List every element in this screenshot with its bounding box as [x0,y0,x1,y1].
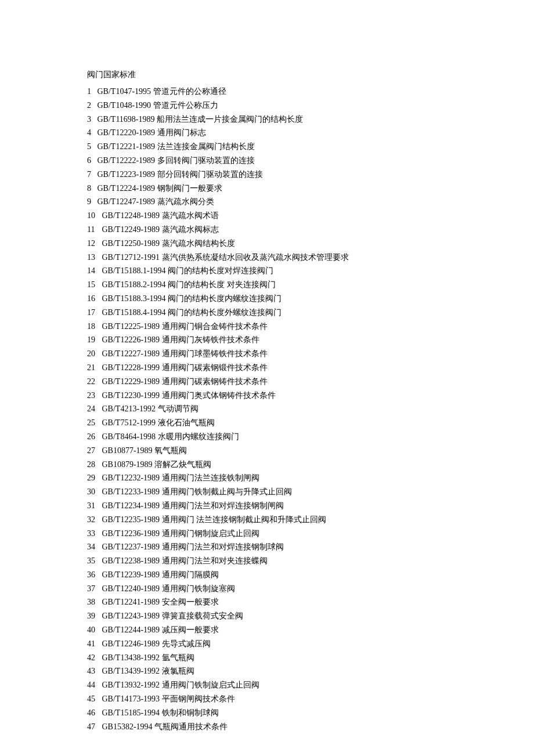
item-desc: 蒸汽疏水阀分类 [157,197,214,206]
item-code: GB/T12240-1989 [102,584,160,593]
item-number: 22 [87,375,100,389]
item-desc: 通用阀门铜合金铸件技术条件 [162,322,268,331]
item-number: 35 [87,554,100,568]
list-item: 27 GB10877-1989 氧气瓶阀 [87,444,447,458]
list-item: 13 GB/T12712-1991 蒸汽供热系统凝结水回收及蒸汽疏水阀技术管理要… [87,251,447,265]
item-number: 20 [87,347,100,361]
item-number: 17 [87,306,100,320]
item-code: GB/T12241-1989 [102,598,160,606]
list-item: 37 GB/T12240-1989 通用阀门铁制旋塞阀 [87,582,447,596]
item-code: GB/T13932-1992 [102,681,160,689]
item-number: 18 [87,320,100,334]
item-code: GB/T12230-1999 [102,391,160,400]
item-number: 6 [87,154,95,168]
item-number: 5 [87,140,95,154]
list-item: 44 GB/T13932-1992 通用阀门铁制旋启式止回阀 [87,678,447,692]
item-code: GB/T1047-1995 [98,87,151,96]
list-item: 32 GB/T12235-1989 通用阀门 法兰连接钢制截止阀和升降式止回阀 [87,513,447,527]
list-item: 14 GB/T15188.1-1994 阀门的结构长度对焊连接阀门 [87,264,447,278]
item-number: 4 [87,126,95,140]
item-number: 1 [87,85,95,99]
item-desc: 通用阀门法兰和对焊连接钢制球阀 [162,542,284,551]
item-number: 43 [87,664,100,678]
list-item: 9 GB/T12247-1989 蒸汽疏水阀分类 [87,195,447,209]
item-number: 41 [87,637,100,651]
item-code: GB/T12222-1989 [98,156,156,165]
list-item: 42 GB/T13438-1992 氩气瓶阀 [87,651,447,665]
item-number: 7 [87,168,95,182]
item-number: 30 [87,485,100,499]
item-desc: 管道元件公称压力 [153,101,218,110]
item-code: GB/T12234-1989 [102,501,160,510]
item-desc: 通用阀门法兰和对夹连接蝶阀 [162,556,268,565]
item-desc: 通用阀门隔膜阀 [162,570,219,579]
item-number: 42 [87,651,100,665]
item-code: GB10879-1989 [102,460,153,469]
item-desc: 通用阀门铁制旋塞阀 [162,584,235,593]
item-code: GB/T12232-1989 [102,473,160,482]
item-number: 9 [87,195,95,209]
item-number: 44 [87,678,100,692]
item-desc: 液氯瓶阀 [162,667,194,675]
item-code: GB/T12236-1989 [102,529,160,538]
item-desc: 通用阀门铁制截止阀与升降式止回阀 [162,487,292,496]
item-number: 46 [87,706,100,720]
list-item: 16 GB/T15188.3-1994 阀门的结构长度内螺纹连接阀门 [87,292,447,306]
item-desc: 多回转阀门驱动装置的连接 [157,156,255,165]
item-desc: 通用阀门碳素钢铸件技术条件 [162,377,268,386]
list-item: 36 GB/T12239-1989 通用阀门隔膜阀 [87,568,447,582]
item-code: GB/T12244-1989 [102,625,160,634]
list-item: 20 GB/T12227-1989 通用阀门球墨铸铁件技术条件 [87,347,447,361]
item-desc: 氩气瓶阀 [162,653,194,662]
item-number: 38 [87,595,100,609]
item-number: 11 [87,223,100,237]
item-code: GB/T12249-1989 [102,225,160,234]
item-desc: 液化石油气瓶阀 [158,418,215,427]
item-number: 34 [87,540,100,554]
item-desc: 通用阀门铁制旋启式止回阀 [162,681,259,689]
item-code: GB/T12233-1989 [102,487,160,496]
item-desc: 法兰连接金属阀门结构长度 [157,142,255,151]
item-code: GB/T15188.3-1994 [102,294,166,303]
item-number: 39 [87,609,100,623]
list-item: 4 GB/T12220-1989 通用阀门标志 [87,126,447,140]
item-code: GB/T8464-1998 [102,432,156,441]
list-item: 19 GB/T12226-1989 通用阀门灰铸铁件技术条件 [87,333,447,347]
item-desc: 溶解乙炔气瓶阀 [154,460,211,469]
item-desc: 铁制和铜制球阀 [162,708,219,717]
item-number: 26 [87,430,100,444]
list-item: 25 GB/T7512-1999 液化石油气瓶阀 [87,416,447,430]
item-number: 33 [87,527,100,541]
item-code: GB/T12237-1989 [102,542,160,551]
item-desc: 通用阀门钢制旋启式止回阀 [162,529,259,538]
item-desc: 气瓶阀通用技术条件 [154,722,228,731]
item-number: 37 [87,582,100,596]
list-item: 40 GB/T12244-1989 减压阀一般要求 [87,623,447,637]
item-desc: 通用阀门奥式体钢铸件技术条件 [162,391,276,400]
item-desc: 通用阀门碳素钢锻件技术条件 [162,363,268,372]
item-code: GB/T15188.4-1994 [102,308,166,317]
list-item: 10 GB/T12248-1989 蒸汽疏水阀术语 [87,209,447,223]
item-code: GB/T13438-1992 [102,653,160,662]
item-desc: 通用阀门法兰连接铁制闸阀 [162,473,259,482]
item-desc: 阀门的结构长度 对夹连接阀门 [168,280,276,289]
list-item: 31 GB/T12234-1989 通用阀门法兰和对焊连接钢制闸阀 [87,499,447,513]
item-number: 21 [87,361,100,375]
item-code: GB/T12712-1991 [102,253,160,262]
item-desc: 通用阀门球墨铸铁件技术条件 [162,349,268,358]
item-desc: 管道元件的公称通径 [153,87,226,96]
item-code: GB/T12247-1989 [98,197,156,206]
item-number: 36 [87,568,100,582]
list-item: 12 GB/T12250-1989 蒸汽疏水阀结构长度 [87,237,447,251]
item-code: GB/T12228-1999 [102,363,160,372]
item-desc: 船用法兰连成一片接金属阀门的结构长度 [157,115,303,124]
item-desc: 通用阀门 法兰连接钢制截止阀和升降式止回阀 [162,515,327,524]
item-code: GB/T14173-1993 [102,694,160,703]
item-desc: 阀门的结构长度外螺纹连接阀门 [168,308,282,317]
item-code: GB/T12235-1989 [102,515,160,524]
item-desc: 阀门的结构长度对焊连接阀门 [168,266,273,275]
item-desc: 蒸汽供热系统凝结水回收及蒸汽疏水阀技术管理要求 [162,253,349,262]
list-item: 17 GB/T15188.4-1994 阀门的结构长度外螺纹连接阀门 [87,306,447,320]
list-item: 35 GB/T12238-1989 通用阀门法兰和对夹连接蝶阀 [87,554,447,568]
item-code: GB/T11698-1989 [98,115,155,124]
